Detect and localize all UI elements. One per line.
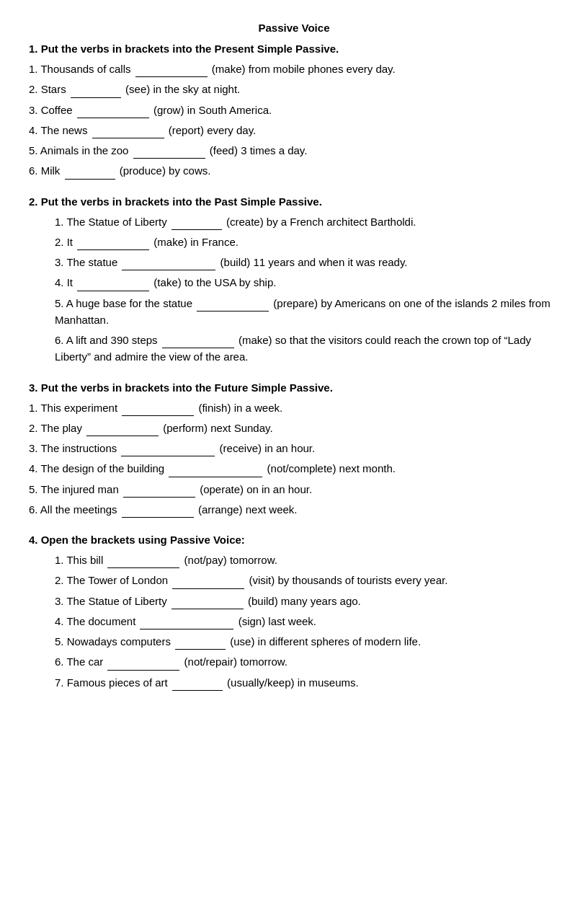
- item-text-before: The injured man: [40, 483, 122, 495]
- item-verb: (usually/keep): [224, 676, 298, 689]
- blank-line[interactable]: [122, 405, 194, 416]
- item-verb: (take): [151, 276, 184, 288]
- blank-line[interactable]: [135, 66, 208, 77]
- item-text-after: in an hour.: [264, 442, 315, 454]
- item-verb: (arrange): [195, 503, 246, 516]
- item-number: 5.: [29, 483, 40, 495]
- blank-line[interactable]: [77, 239, 149, 250]
- item-verb: (report): [166, 124, 208, 136]
- item-number: 6.: [55, 655, 66, 668]
- blank-line[interactable]: [133, 147, 205, 159]
- item-verb: (prepare): [270, 297, 321, 309]
- item-text-before: It: [67, 236, 76, 248]
- list-item: 3. The Statue of Liberty (build) many ye…: [29, 593, 559, 609]
- blank-line[interactable]: [107, 557, 179, 568]
- list-item: 5. Nowadays computers (use) in different…: [29, 633, 559, 650]
- item-verb: (create): [223, 216, 267, 228]
- item-text-before: Milk: [41, 164, 63, 177]
- list-item: 3. The statue (build) 11 years and when …: [29, 254, 559, 270]
- list-item: 2. It (make) in France.: [29, 234, 559, 250]
- item-number: 3.: [29, 442, 40, 454]
- item-number: 7.: [55, 676, 67, 689]
- section3-heading: 3. Put the verbs in brackets into the Fu…: [29, 381, 559, 394]
- list-item: 2. The play (perform) next Sunday.: [29, 420, 559, 436]
- blank-line[interactable]: [172, 598, 244, 609]
- item-number: 3.: [29, 104, 41, 116]
- blank-line[interactable]: [197, 300, 269, 311]
- item-text-after: tomorrow.: [240, 655, 288, 668]
- blank-line[interactable]: [86, 425, 159, 436]
- blank-line[interactable]: [123, 486, 195, 498]
- list-item: 6. A lift and 390 steps (make) so that t…: [29, 332, 559, 366]
- item-text-before: The car: [66, 655, 106, 668]
- item-verb: (receive): [216, 442, 264, 454]
- item-text-after: 3 times a day.: [241, 144, 307, 156]
- list-item: 3. The instructions (receive) in an hour…: [29, 440, 559, 456]
- section1-heading: 1. Put the verbs in brackets into the Pr…: [29, 43, 559, 55]
- item-text-before: Thousands of calls: [40, 63, 133, 75]
- item-text-before: Coffee: [41, 104, 76, 116]
- item-text-before: The design of the building: [40, 462, 167, 474]
- section4: 4. Open the brackets using Passive Voice…: [29, 534, 559, 691]
- item-verb: (grow): [151, 104, 187, 116]
- item-verb: (use): [227, 635, 258, 648]
- list-item: 5. A huge base for the statue (prepare) …: [29, 295, 559, 329]
- item-verb: (make): [236, 334, 275, 346]
- item-verb: (perform): [160, 422, 210, 434]
- item-verb: (not/repair): [181, 655, 240, 668]
- item-text-before: This experiment: [40, 402, 120, 414]
- blank-line[interactable]: [172, 679, 223, 691]
- section2: 2. Put the verbs in brackets into the Pa…: [29, 195, 559, 366]
- blank-line[interactable]: [71, 87, 121, 98]
- item-text-after: many years ago.: [281, 595, 361, 607]
- page-title: Passive Voice: [29, 22, 559, 34]
- blank-line[interactable]: [77, 107, 149, 118]
- blank-line[interactable]: [140, 618, 233, 629]
- item-text-before: The Statue of Liberty: [66, 595, 169, 607]
- item-number: 5.: [55, 635, 67, 648]
- item-number: 3.: [55, 256, 66, 268]
- section2-heading: 2. Put the verbs in brackets into the Pa…: [29, 195, 559, 208]
- blank-line[interactable]: [107, 659, 179, 671]
- item-verb: (sign): [235, 615, 268, 627]
- blank-line[interactable]: [122, 259, 215, 270]
- section1: 1. Put the verbs in brackets into the Pr…: [29, 43, 559, 180]
- list-item: 4. It (take) to the USA by ship.: [29, 274, 559, 291]
- item-text-before: All the meetings: [40, 503, 120, 516]
- blank-line[interactable]: [172, 218, 222, 230]
- item-text-before: It: [67, 276, 76, 288]
- blank-line[interactable]: [77, 280, 149, 291]
- blank-line[interactable]: [121, 445, 215, 456]
- blank-line[interactable]: [169, 466, 262, 477]
- item-text-after: in different spheres of modern life.: [258, 635, 422, 648]
- item-number: 1.: [55, 554, 66, 566]
- blank-line[interactable]: [92, 127, 164, 138]
- item-text-after: on in an hour.: [246, 483, 312, 495]
- item-verb: (feed): [207, 144, 241, 156]
- item-number: 5.: [29, 144, 40, 156]
- item-text-before: The instructions: [40, 442, 120, 454]
- item-verb: (not/pay): [181, 554, 230, 566]
- item-text-before: The statue: [66, 256, 120, 268]
- item-number: 4.: [29, 124, 40, 136]
- item-number: 5.: [55, 297, 66, 309]
- list-item: 4. The design of the building (not/compl…: [29, 460, 559, 477]
- blank-line[interactable]: [162, 337, 234, 348]
- item-text-before: The news: [40, 124, 90, 136]
- item-text-before: Stars: [41, 83, 69, 95]
- item-number: 4.: [55, 276, 67, 288]
- item-number: 4.: [29, 462, 40, 474]
- section4-heading: 4. Open the brackets using Passive Voice…: [29, 534, 559, 546]
- blank-line[interactable]: [65, 168, 115, 180]
- item-number: 2.: [29, 83, 41, 95]
- item-text-before: The play: [40, 422, 85, 434]
- list-item: 4. The news (report) every day.: [29, 122, 559, 138]
- blank-line[interactable]: [172, 578, 244, 589]
- blank-line[interactable]: [175, 638, 226, 650]
- item-text-after: in South America.: [187, 104, 272, 116]
- blank-line[interactable]: [122, 506, 194, 518]
- item-number: 6.: [55, 334, 66, 346]
- list-item: 6. The car (not/repair) tomorrow.: [29, 653, 559, 670]
- item-text-before: Nowadays computers: [67, 635, 174, 648]
- item-number: 2.: [29, 422, 40, 434]
